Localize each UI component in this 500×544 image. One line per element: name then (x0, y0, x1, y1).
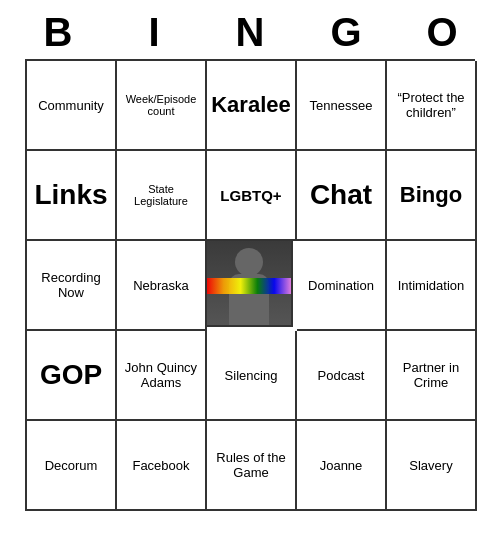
header-b: B (13, 10, 103, 55)
cell-text-16: John Quincy Adams (121, 360, 201, 390)
bingo-cell-22: Rules of the Game (207, 421, 297, 511)
cell-text-19: Partner in Crime (391, 360, 471, 390)
bingo-header: B I N G O (10, 10, 490, 55)
cell-text-14: Intimidation (398, 278, 464, 293)
bingo-cell-10: Recording Now (27, 241, 117, 331)
cell-text-11: Nebraska (133, 278, 189, 293)
bingo-cell-11: Nebraska (117, 241, 207, 331)
cell-text-23: Joanne (320, 458, 363, 473)
bingo-cell-23: Joanne (297, 421, 387, 511)
bingo-cell-14: Intimidation (387, 241, 477, 331)
cell-text-24: Slavery (409, 458, 452, 473)
center-image-person (207, 241, 291, 326)
cell-text-7: LGBTQ+ (220, 187, 281, 204)
bingo-cell-19: Partner in Crime (387, 331, 477, 421)
rainbow-overlay (207, 278, 291, 294)
bingo-cell-21: Facebook (117, 421, 207, 511)
bingo-cell-8: Chat (297, 151, 387, 241)
cell-text-22: Rules of the Game (211, 450, 291, 480)
bingo-cell-12 (207, 241, 293, 327)
cell-text-21: Facebook (132, 458, 189, 473)
bingo-cell-13: Domination (297, 241, 387, 331)
cell-text-15: GOP (40, 359, 102, 391)
bingo-cell-7: LGBTQ+ (207, 151, 297, 241)
bingo-cell-3: Tennessee (297, 61, 387, 151)
bingo-cell-20: Decorum (27, 421, 117, 511)
header-g: G (301, 10, 391, 55)
header-o: O (397, 10, 487, 55)
cell-text-3: Tennessee (310, 98, 373, 113)
cell-text-9: Bingo (400, 182, 462, 208)
bingo-cell-2: Karalee (207, 61, 297, 151)
cell-text-20: Decorum (45, 458, 98, 473)
bingo-cell-24: Slavery (387, 421, 477, 511)
cell-text-13: Domination (308, 278, 374, 293)
bingo-cell-17: Silencing (207, 331, 297, 421)
cell-text-17: Silencing (225, 368, 278, 383)
cell-text-4: “Protect the children” (391, 90, 471, 120)
cell-text-18: Podcast (318, 368, 365, 383)
bingo-cell-16: John Quincy Adams (117, 331, 207, 421)
bingo-cell-15: GOP (27, 331, 117, 421)
bingo-cell-0: Community (27, 61, 117, 151)
cell-text-5: Links (34, 179, 107, 211)
bingo-grid: CommunityWeek/Episode countKaraleeTennes… (25, 59, 475, 511)
cell-text-0: Community (38, 98, 104, 113)
cell-text-2: Karalee (211, 92, 291, 118)
header-i: I (109, 10, 199, 55)
bingo-cell-1: Week/Episode count (117, 61, 207, 151)
cell-text-1: Week/Episode count (121, 93, 201, 117)
bingo-cell-18: Podcast (297, 331, 387, 421)
bingo-cell-5: Links (27, 151, 117, 241)
cell-text-6: State Legislature (121, 183, 201, 207)
header-n: N (205, 10, 295, 55)
cell-text-10: Recording Now (31, 270, 111, 300)
bingo-cell-4: “Protect the children” (387, 61, 477, 151)
cell-text-8: Chat (310, 179, 372, 211)
bingo-cell-9: Bingo (387, 151, 477, 241)
bingo-cell-6: State Legislature (117, 151, 207, 241)
